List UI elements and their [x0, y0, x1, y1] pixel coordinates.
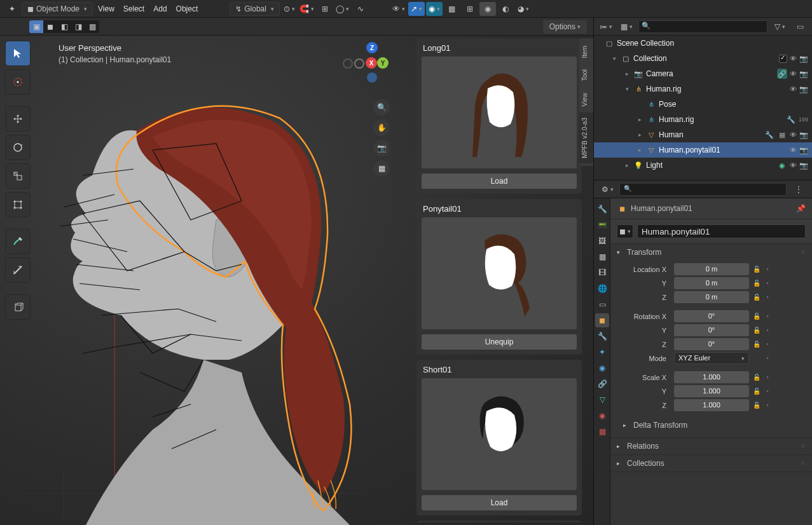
scale-x-input[interactable]: 1.000 [674, 371, 749, 383]
outliner-tree[interactable]: ▢ Scene Collection ▾ ▢ Collection 👁 📷 ▸ … [594, 36, 812, 181]
snap-dropdown[interactable]: 🧲 [299, 2, 315, 16]
select-tool[interactable] [5, 41, 31, 66]
delta-transform-header[interactable]: ▸ Delta Transform [617, 419, 806, 431]
wireframe-shading-icon[interactable]: ⊞ [462, 2, 478, 16]
tab-modifiers[interactable]: 🔧 [595, 329, 609, 343]
location-z-input[interactable]: 0 m [674, 291, 749, 303]
camera-view-button[interactable]: 📷 [373, 140, 390, 156]
twisty-icon[interactable]: ▸ [623, 162, 631, 168]
menu-object[interactable]: Object [172, 2, 202, 16]
mode-dropdown[interactable]: ◼ Object Mode [22, 2, 93, 16]
gizmo-y-axis[interactable]: Y [377, 57, 389, 69]
panel-grip-icon[interactable]: ⠿ [801, 461, 806, 467]
tab-tool[interactable]: 🔧 [595, 202, 609, 216]
rotation-z-input[interactable]: 0° [674, 338, 749, 350]
load-button[interactable]: Load [422, 495, 577, 510]
outliner-collection[interactable]: ▾ ▢ Collection 👁 📷 [594, 51, 812, 66]
pan-button[interactable]: ✋ [373, 119, 390, 136]
render-icon[interactable]: 📷 [799, 131, 808, 139]
keyframe-dot[interactable]: • [764, 313, 771, 320]
menu-view[interactable]: View [94, 2, 118, 16]
unequip-button[interactable]: Unequip [422, 334, 577, 350]
select-pill-4[interactable]: ◨ [71, 20, 85, 33]
lock-icon[interactable]: 🔓 [752, 374, 762, 381]
lock-icon[interactable]: 🔓 [752, 280, 762, 287]
tab-world[interactable]: 🌐 [595, 282, 609, 296]
rotate-tool[interactable] [5, 135, 31, 160]
object-name-input[interactable] [637, 224, 806, 238]
rotation-x-input[interactable]: 0° [674, 310, 749, 322]
annotate-tool[interactable] [5, 229, 31, 254]
measure-tool[interactable] [5, 257, 31, 283]
nav-gizmo[interactable]: Z X Y [354, 42, 390, 86]
snap-increment-icon[interactable]: ⊞ [317, 2, 333, 16]
viewport-3d[interactable]: + User Perspective (1) Collection | Huma… [0, 36, 593, 525]
move-tool[interactable] [5, 106, 31, 132]
options-icon[interactable]: ⋮ [790, 182, 807, 196]
panel-grip-icon[interactable]: ⠿ [801, 444, 806, 449]
render-icon[interactable]: 📷 [799, 85, 808, 93]
outliner-scene-collection[interactable]: ▢ Scene Collection [594, 36, 812, 51]
gizmo-neg-axis-2[interactable] [354, 58, 364, 69]
keyframe-dot[interactable]: • [764, 294, 771, 301]
visibility-icon[interactable]: 👁 [790, 55, 797, 62]
tab-particles[interactable]: ✦ [595, 345, 609, 359]
gizmo-bottom[interactable] [367, 72, 377, 83]
lock-icon[interactable]: 🔓 [752, 313, 762, 320]
outliner-item-human[interactable]: ▸ ▽ Human 🔧 ▦ 👁 📷 [594, 127, 812, 142]
scale-tool[interactable] [5, 163, 31, 189]
lock-icon[interactable]: 🔓 [752, 341, 762, 348]
tab-texture[interactable]: ▦ [595, 425, 609, 439]
outliner-search-input[interactable] [638, 20, 767, 33]
keyframe-dot[interactable]: • [764, 355, 771, 362]
tab-constraints[interactable]: 🔗 [595, 377, 609, 391]
lock-icon[interactable]: 🔓 [752, 266, 762, 273]
visibility-icon[interactable]: 👁 [790, 146, 797, 154]
visibility-icon[interactable]: 👁 [790, 161, 797, 169]
outliner-item-humanrig[interactable]: ▾ ⋔ Human.rig 👁 📷 [594, 81, 812, 97]
twisty-icon[interactable]: ▸ [636, 132, 643, 138]
proportional-curve-icon[interactable]: ∿ [352, 2, 369, 16]
material-shading-icon[interactable]: ◐ [497, 2, 514, 16]
vtab-view[interactable]: View [579, 88, 593, 112]
twisty-icon[interactable]: ▾ [623, 86, 631, 92]
solid-shading-icon[interactable]: ◉ [479, 2, 496, 16]
exclude-checkbox[interactable] [779, 55, 787, 63]
render-icon[interactable]: 📷 [799, 70, 808, 78]
select-pill-5[interactable]: ▦ [85, 20, 99, 33]
cursor-tool[interactable] [5, 69, 31, 95]
visibility-icon[interactable]: 👁 [790, 131, 797, 139]
editor-type-selector[interactable]: ✦ [4, 2, 20, 16]
relations-panel-header[interactable]: ▸ Relations ⠿ [610, 438, 812, 454]
outliner-display-mode[interactable]: ▦ [618, 20, 635, 34]
gizmo-x-axis[interactable]: X [366, 57, 377, 69]
rotation-mode-dropdown[interactable]: XYZ Euler [674, 352, 749, 364]
visibility-icon[interactable]: 👁 [790, 70, 797, 78]
filter-icon[interactable]: ▽ [771, 20, 788, 34]
tab-render[interactable]: 📟 [595, 218, 609, 232]
pin-icon[interactable]: 📌 [796, 204, 806, 213]
perspective-toggle-button[interactable]: ▦ [373, 160, 390, 177]
zoom-button[interactable]: 🔍 [373, 99, 390, 116]
outliner-item-pose[interactable]: ⋔ Pose [594, 97, 812, 112]
datablock-icon[interactable]: ◼ [617, 224, 633, 238]
keyframe-dot[interactable]: • [764, 374, 771, 381]
options-dropdown[interactable]: Options [543, 20, 587, 34]
keyframe-dot[interactable]: • [764, 280, 771, 287]
gizmo-z-axis[interactable]: Z [366, 42, 378, 53]
transform-panel-header[interactable]: ▾ Transform ⠿ [610, 244, 812, 261]
overlay-dropdown[interactable]: ◉ [426, 2, 443, 16]
properties-editor-icon[interactable]: ⚙ [599, 182, 616, 196]
tab-viewlayer[interactable]: ▦ [595, 250, 609, 264]
scale-z-input[interactable]: 1.000 [674, 399, 749, 411]
keyframe-dot[interactable]: • [764, 327, 771, 334]
twisty-icon[interactable]: ▸ [623, 71, 631, 77]
keyframe-dot[interactable]: • [764, 266, 771, 273]
vtab-tool[interactable]: Tool [579, 64, 593, 86]
pivot-dropdown[interactable]: ⊙ [281, 2, 298, 16]
tab-data[interactable]: ▽ [595, 393, 609, 407]
twisty-icon[interactable]: ▸ [636, 147, 643, 153]
twisty-icon[interactable]: ▸ [636, 116, 643, 123]
select-pill-3[interactable]: ◧ [57, 20, 71, 33]
load-button[interactable]: Load [422, 174, 577, 189]
